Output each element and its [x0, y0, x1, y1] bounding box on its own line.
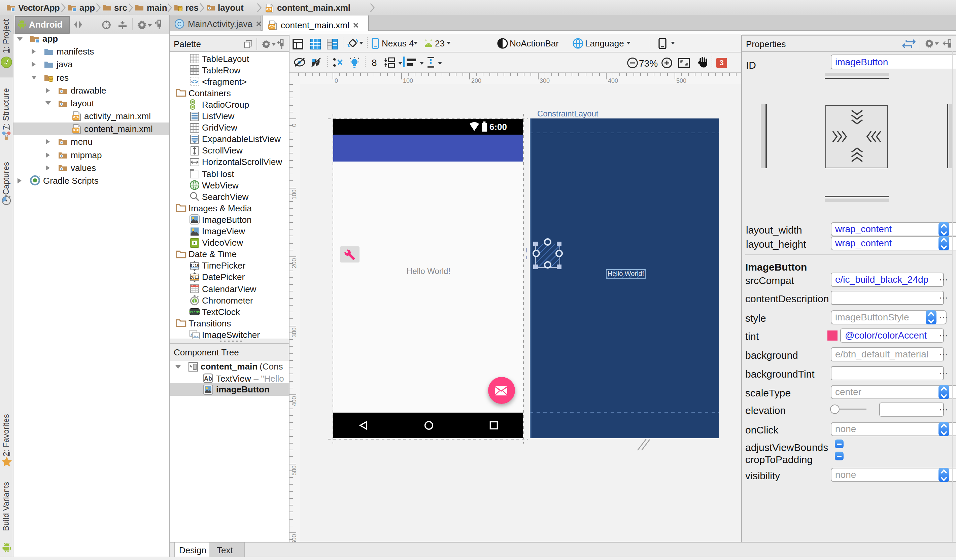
svg-text:<>: <>	[269, 23, 275, 29]
svg-text:8:10: 8:10	[190, 264, 200, 268]
svg-text:<>: <>	[73, 114, 79, 120]
svg-text:13:31: 13:31	[189, 311, 200, 315]
svg-text:1: 1	[193, 298, 196, 304]
svg-text:<>: <>	[191, 78, 198, 85]
svg-text:C: C	[178, 20, 182, 27]
svg-text:<>: <>	[266, 6, 271, 12]
svg-text:<>: <>	[73, 127, 79, 133]
svg-text:20II: 20II	[190, 275, 200, 280]
svg-text:Ab: Ab	[204, 375, 212, 382]
